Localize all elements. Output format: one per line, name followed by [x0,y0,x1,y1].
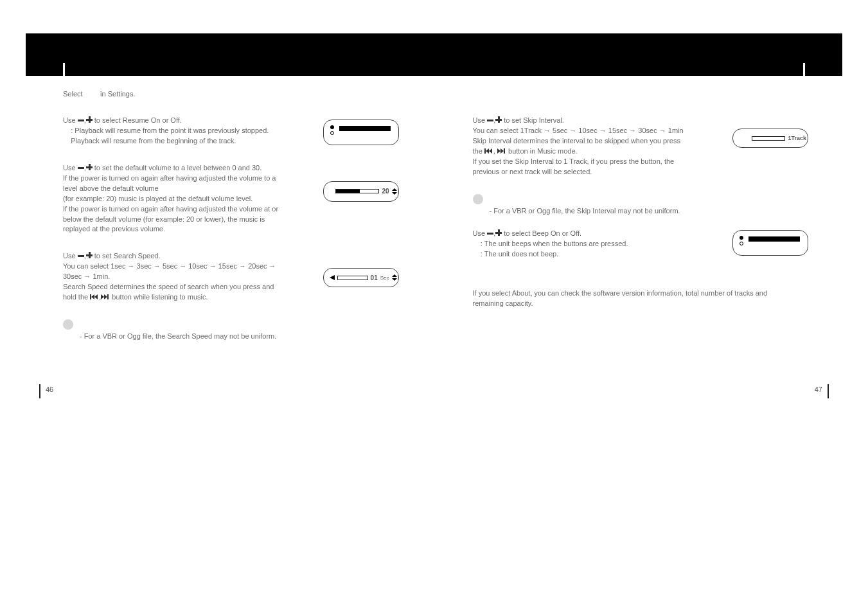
right-column: Use , to set Skip Interval. You can sele… [473,116,806,340]
plus-icon [495,229,502,236]
svg-marker-18 [330,275,335,280]
defvol-l3: (for example: 20) music is played at the… [63,194,281,204]
skip-pre: Use [473,116,486,124]
defvol-l2: If the power is turned on again after ha… [63,173,281,194]
radio-empty-icon [740,242,743,245]
search-track-icon [337,276,368,280]
page-mark-left [39,384,40,398]
svg-rect-21 [487,120,493,121]
beep-pre: Use [473,229,486,237]
page-num-left: 46 [46,386,53,393]
select-suffix: in Settings. [100,90,135,98]
volume-track-icon [335,189,379,193]
skip-l4: If you set the Skip Interval to 1 Track,… [473,157,691,177]
up-down-icon [392,274,397,281]
resume-post: to select Resume On or Off. [94,116,182,124]
resume-pre: Use [63,116,76,124]
search-l2: You can select 1sec → 3sec → 5sec → 10se… [63,262,281,282]
volume-fill-icon [336,190,359,193]
page-mark-right [828,384,829,398]
svg-marker-19 [392,274,397,277]
skip-lcd: 1Track [732,129,808,148]
radio-filled-icon [330,125,334,129]
beep-bar-icon [748,236,800,242]
left-column: Use , to select Resume On or Off. : Play… [63,116,396,340]
svg-marker-6 [392,188,397,191]
section-about: If you select About, you can check the s… [473,289,806,309]
svg-rect-11 [90,294,91,299]
search-speed-lcd: 01 Sec [323,268,399,287]
skip-l3b: button in Music mode. [508,147,578,155]
svg-marker-7 [392,192,397,195]
section-search-speed: Use , to set Search Speed. You can selec… [63,251,396,303]
prev-track-icon [484,148,493,154]
content-area: Select in Settings. Use , to select Resu… [63,90,805,340]
plus-icon [86,116,93,123]
beep-off: : The unit does not beep. [481,250,559,258]
svg-marker-14 [94,294,98,299]
defvol-l4: If the power is turned on again after ha… [63,204,281,235]
default-vol-lcd: 20 [323,181,399,202]
select-line: Select in Settings. [63,90,805,98]
about-text: If you select About, you can check the s… [473,289,768,309]
header-tick-left [63,63,65,76]
svg-rect-2 [86,119,93,121]
plus-icon [495,116,502,123]
section-default-vol: Use , to set the default volume to a lev… [63,163,396,235]
search-l3b: button while listening to music. [112,293,208,301]
search-unit: Sec [380,275,389,281]
search-pre: Use [63,252,76,260]
search-post: to set Search Speed. [94,252,161,260]
svg-marker-25 [486,148,489,154]
svg-rect-0 [78,120,84,121]
defvol-pre: Use [63,164,76,172]
next-track-icon [101,294,110,299]
svg-marker-26 [489,148,492,154]
beep-on: : The unit beeps when the buttons are pr… [481,240,628,247]
svg-rect-8 [78,255,84,257]
plus-icon [86,164,93,170]
skip-value: 1Track [788,135,806,141]
resume-lcd [323,120,399,145]
plus-icon [86,252,93,258]
page-num-right: 47 [815,386,822,393]
search-notice [63,319,396,330]
section-beep: Use , to select Beep On or Off. : The un… [473,229,806,260]
defvol-value: 20 [382,188,389,195]
svg-rect-29 [504,148,505,154]
header-tick-right [803,63,805,76]
minus-icon [487,118,493,123]
prev-track-icon [90,294,99,299]
notice-dot-icon [473,194,483,204]
svg-marker-16 [104,294,107,299]
minus-icon [487,231,493,236]
svg-rect-24 [484,148,486,154]
header-bar [26,33,842,76]
select-prefix: Select [63,90,83,98]
skip-notice-text: - For a VBR or Ogg file, the Skip Interv… [490,207,806,215]
resume-off-text: Playback will resume from the beginning … [71,137,236,145]
svg-rect-30 [487,233,493,235]
svg-rect-5 [86,166,93,168]
svg-rect-10 [86,254,93,256]
section-skip: Use , to set Skip Interval. You can sele… [473,116,806,177]
notice-dot-icon [63,319,73,330]
svg-rect-32 [495,232,502,234]
svg-rect-23 [495,119,502,121]
minus-icon [78,253,84,258]
search-value: 01 [371,274,378,281]
beep-post: to select Beep On or Off. [504,229,581,237]
svg-rect-3 [78,167,84,169]
radio-filled-icon [740,236,743,240]
svg-marker-28 [500,148,504,154]
beep-lcd [732,230,808,256]
radio-empty-icon [330,131,334,135]
defvol-post: to set the default volume to a level bet… [94,164,262,172]
minus-icon [78,118,84,123]
svg-marker-15 [101,294,104,299]
skip-l2: You can select 1Track → 5sec → 10sec → 1… [473,126,691,136]
left-arrow-icon [330,275,335,280]
search-notice-text: - For a VBR or Ogg file, the Search Spee… [80,332,396,340]
resume-on-text: : Playback will resume from the point it… [71,127,269,134]
svg-marker-13 [91,294,94,299]
